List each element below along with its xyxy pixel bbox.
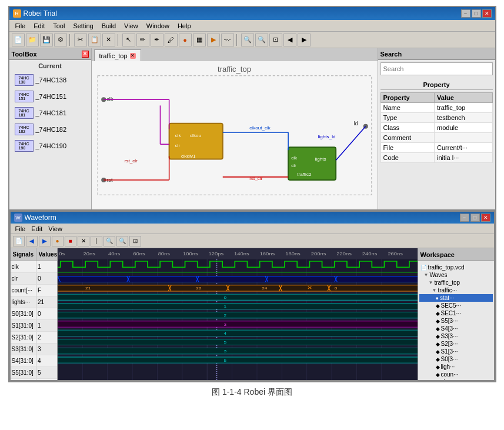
toolbar-open[interactable]: 📁: [26, 34, 39, 46]
toolbar-select[interactable]: ↖: [122, 34, 135, 46]
toolbox-close-button[interactable]: ✕: [82, 51, 89, 58]
signal-row[interactable]: S2[31:0]2: [11, 332, 57, 344]
signal-icon: ◆: [436, 326, 440, 332]
canvas-content[interactable]: traffic_top clk: [92, 61, 378, 209]
svg-rect-63: [58, 276, 418, 282]
toolbar-pen[interactable]: ✒: [151, 34, 163, 46]
menu-file[interactable]: File: [12, 21, 29, 31]
toolbar-circle[interactable]: ●: [179, 34, 192, 46]
tree-s0[interactable]: ◆ S0[3···: [419, 355, 493, 363]
toolbar-wave[interactable]: 〰: [221, 34, 234, 46]
tree-traffic-top[interactable]: ▼ traffic_top: [419, 279, 493, 286]
signal-name: SEC1[3···: [11, 379, 36, 380]
toolbar-wire[interactable]: ✏: [136, 34, 149, 46]
properties-panel-header: Search: [378, 48, 495, 60]
wf-toolbar-open[interactable]: 📄: [13, 236, 25, 246]
toolbox-item-74hc182[interactable]: 74HC182 _74HC182: [12, 121, 89, 138]
tree-s4[interactable]: ◆ S4[3···: [419, 325, 493, 332]
toolbox-item-74hc190[interactable]: 74HC190 _74HC190: [12, 138, 89, 154]
tree-s3[interactable]: ◆ S3[3···: [419, 332, 493, 340]
menu-edit[interactable]: Edit: [30, 21, 48, 31]
waveform-minimize-button[interactable]: −: [460, 214, 469, 222]
menu-tool[interactable]: Tool: [49, 21, 68, 31]
svg-text:clr: clr: [175, 143, 180, 148]
tree-stat[interactable]: ● stat···: [419, 294, 493, 302]
maximize-button[interactable]: □: [472, 9, 481, 18]
canvas-tab-close-button[interactable]: ✕: [130, 53, 136, 59]
waveform-menu-edit[interactable]: Edit: [29, 225, 45, 233]
toolbar-sep2: [118, 34, 120, 46]
signal-row[interactable]: S3[31:0]3: [11, 344, 57, 355]
toolbar-run[interactable]: ▶: [207, 34, 220, 46]
toolbox-item-74hc181[interactable]: 74HC181 _74HC181: [12, 105, 89, 121]
signal-row[interactable]: SEC1[3···3: [11, 379, 57, 380]
toolbar-delete[interactable]: ✕: [102, 34, 115, 46]
wf-toolbar-forward[interactable]: ▶: [39, 236, 51, 246]
toolbar-zoom-out[interactable]: 🔍: [255, 34, 268, 46]
tree-traffic-vcd[interactable]: 📄 traffic_top.vcd: [419, 264, 493, 271]
tree-count[interactable]: ◆ coun···: [419, 371, 493, 378]
waveform-close-button[interactable]: ✕: [481, 214, 490, 222]
wf-toolbar-sep: |: [91, 236, 102, 246]
toolbar-settings[interactable]: ⚙: [54, 34, 67, 46]
signal-row[interactable]: S5[31:0]5: [11, 367, 57, 379]
toolbar-save[interactable]: 💾: [40, 34, 53, 46]
menu-window[interactable]: Window: [143, 21, 173, 31]
svg-text:40ns: 40ns: [108, 252, 119, 256]
toolbar-fit[interactable]: ⊡: [269, 34, 282, 46]
wf-toolbar-zoom-out[interactable]: 🔍: [116, 236, 128, 246]
tree-s5[interactable]: ◆ S5[3···: [419, 317, 493, 325]
waveform-menu-view[interactable]: View: [46, 225, 65, 233]
canvas-tab-traffic-top[interactable]: traffic_top ✕: [94, 49, 141, 61]
tree-lights[interactable]: ◆ ligh···: [419, 363, 493, 371]
wf-toolbar-stop[interactable]: ■: [65, 236, 76, 246]
minimize-button[interactable]: −: [461, 9, 470, 18]
toolbar-arrow-r[interactable]: ▶: [298, 34, 311, 46]
toolbar-arrow-l[interactable]: ◀: [283, 34, 296, 46]
toolbar-new[interactable]: 📄: [12, 34, 25, 46]
tree-sec1[interactable]: ◆ SEC1···: [419, 309, 493, 317]
svg-text:100ns: 100ns: [183, 252, 198, 256]
tree-s2[interactable]: ◆ S2[3···: [419, 340, 493, 348]
title-bar-left: R Robei Trial: [13, 9, 57, 18]
signal-row[interactable]: count[···F: [11, 285, 57, 296]
menu-build[interactable]: Build: [98, 21, 119, 31]
signal-row[interactable]: clr0: [11, 273, 57, 285]
waveform-menu-file[interactable]: File: [13, 225, 28, 233]
toolbox-item-74hc138[interactable]: 74HC138 _74HC138: [12, 72, 89, 88]
toolbar-pen2[interactable]: 🖊: [165, 34, 178, 46]
tree-sec5[interactable]: ◆ SEC5···: [419, 302, 493, 309]
toolbox-item-74hc151[interactable]: 74HC151 _74HC151: [12, 88, 89, 105]
menu-help[interactable]: Help: [174, 21, 195, 31]
tree-waves[interactable]: ▼ Waves: [419, 271, 493, 279]
svg-text:21: 21: [85, 286, 91, 291]
svg-text:260ns: 260ns: [388, 252, 403, 256]
signal-row[interactable]: lights···21: [11, 296, 57, 308]
svg-rect-119: [58, 357, 418, 363]
toolbar-copy[interactable]: 📋: [88, 34, 101, 46]
toolbar-cut[interactable]: ✂: [74, 34, 87, 46]
toolbar-chip[interactable]: ▦: [193, 34, 206, 46]
tree-traffic[interactable]: ▼ traffic···: [419, 286, 493, 294]
wf-toolbar-delete[interactable]: ✕: [78, 236, 89, 246]
wf-toolbar-fit[interactable]: ⊡: [129, 236, 141, 246]
wf-toolbar-zoom-in[interactable]: 🔍: [104, 236, 115, 246]
wf-toolbar-run[interactable]: ●: [52, 236, 64, 246]
signal-row[interactable]: S1[31:0]1: [11, 320, 57, 332]
wf-toolbar-back[interactable]: ◀: [26, 236, 38, 246]
menu-setting[interactable]: Setting: [69, 21, 96, 31]
search-input[interactable]: [380, 62, 493, 75]
menu-view[interactable]: View: [121, 21, 142, 31]
toolbox-title: ToolBox: [12, 51, 37, 58]
tree-s1[interactable]: ◆ S1[3···: [419, 348, 493, 355]
tree-clr[interactable]: ◆ clr···: [419, 378, 493, 380]
close-button[interactable]: ✕: [482, 9, 492, 18]
toolbar-zoom-in[interactable]: 🔍: [241, 34, 254, 46]
signal-row[interactable]: S4[31:0]4: [11, 355, 57, 367]
properties-panel: Search Property Property V: [378, 48, 495, 209]
waveform-maximize-button[interactable]: □: [470, 214, 480, 222]
waveform-display[interactable]: 0s 20ns 40ns 60ns 80ns 100ns 120ps 140ns…: [58, 248, 418, 380]
signal-value: F: [36, 285, 57, 296]
signal-row[interactable]: S0[31:0]0: [11, 308, 57, 320]
signal-row[interactable]: clk1: [11, 261, 57, 273]
